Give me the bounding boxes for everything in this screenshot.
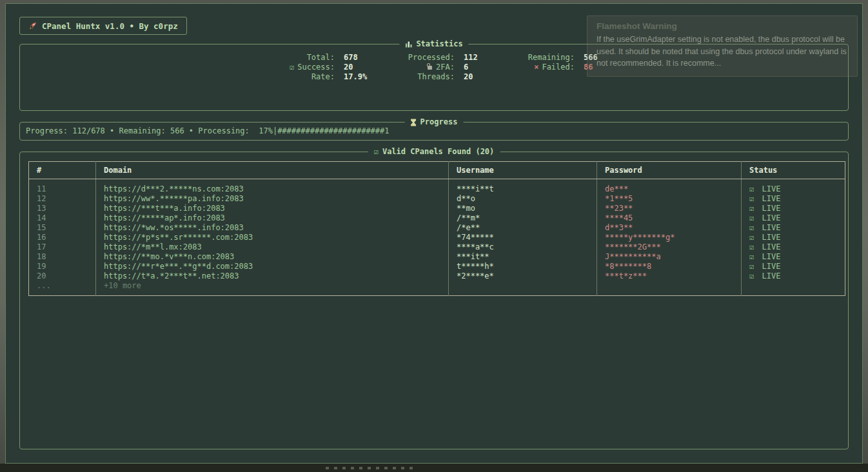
column-header-status: Status — [742, 162, 845, 179]
stat-label: Rate: — [259, 72, 335, 82]
cell-domain: https://t*a.*2***t**.net:2083 — [96, 271, 449, 281]
column-header-domain: Domain — [96, 162, 449, 179]
results-header-row: #DomainUsernamePasswordStatus — [29, 162, 845, 179]
stat-value: 112 — [464, 53, 489, 63]
live-check-icon: ☑ — [749, 233, 754, 242]
live-check-icon: ☑ — [749, 262, 754, 271]
stat-value: 17.9% — [344, 72, 370, 82]
flameshot-notification[interactable]: Flameshot Warning If the useGrimAdapter … — [587, 15, 858, 77]
row-number: ... — [29, 281, 96, 296]
app-title-badge: CPanel Huntx v1.0 • By c0rpz — [19, 17, 187, 35]
more-rows-label: +10 more — [96, 281, 449, 296]
cell-password: d**3** — [597, 223, 742, 233]
cell-status: ☑ LIVE — [742, 271, 845, 281]
live-check-icon: ☑ — [749, 252, 754, 261]
stat-value: 678 — [344, 53, 370, 63]
cell-username: /*e** — [449, 223, 597, 233]
cell-password: *****y*******g* — [597, 233, 742, 242]
row-number: 13 — [29, 204, 96, 213]
cell-status: ☑ LIVE — [742, 179, 845, 195]
table-row-more: ...+10 more — [29, 281, 845, 296]
results-panel-title: ☑ Valid CPanels Found (20) — [368, 146, 500, 157]
cell-password: ****45 — [597, 213, 742, 223]
bar-chart-icon — [405, 41, 412, 48]
cell-status: ☑ LIVE — [742, 204, 845, 213]
results-table: #DomainUsernamePasswordStatus 11https://… — [28, 161, 845, 296]
row-number: 17 — [29, 242, 96, 252]
cell-password: *******2G*** — [597, 242, 742, 252]
row-number: 19 — [29, 262, 96, 271]
progress-title: Progress — [420, 117, 458, 128]
column-header-num: # — [29, 162, 96, 179]
app-title: CPanel Huntx v1.0 • By c0rpz — [42, 21, 178, 31]
live-check-icon: ☑ — [749, 223, 754, 232]
table-row: 16https://*p*s**.sr******.com:2083*74***… — [29, 233, 845, 242]
cell-username: ***it** — [449, 252, 597, 262]
stat-label: Remaining: — [498, 53, 575, 63]
column-header-password: Password — [597, 162, 742, 179]
stat-label: Processed: — [379, 53, 455, 63]
stat-value: 6 — [464, 63, 489, 72]
cell-password: J**********a — [597, 252, 742, 262]
cell-status: ☑ LIVE — [742, 242, 845, 252]
table-row: 12https://ww*.******pa.info:2083d**o*1**… — [29, 194, 845, 204]
stat-label — [498, 72, 575, 82]
cell-username: ****a**c — [449, 242, 597, 252]
column-header-username: Username — [449, 162, 597, 179]
cell-username: d**o — [449, 194, 597, 204]
results-title: Valid CPanels Found (20) — [382, 146, 494, 157]
cell-username: **mo — [449, 204, 597, 213]
live-check-icon: ☑ — [749, 194, 754, 203]
row-number: 16 — [29, 233, 96, 242]
row-number: 14 — [29, 213, 96, 223]
cell-domain: https://*****ap*.info:2083 — [96, 213, 449, 223]
cell-status: ☑ LIVE — [742, 194, 845, 204]
row-number: 12 — [29, 194, 96, 204]
progress-panel: Progress Progress: 112/678 • Remaining: … — [19, 122, 849, 141]
table-row: 14https://*****ap*.info:2083/**m*****45☑… — [29, 213, 845, 223]
cross-icon: × — [534, 63, 538, 72]
cell-password: *1***5 — [597, 194, 742, 204]
stat-value: 20 — [464, 72, 489, 82]
statistics-title: Statistics — [416, 39, 462, 50]
checkbox-icon: ☑ — [374, 146, 379, 157]
live-check-icon: ☑ — [749, 242, 754, 251]
rocket-icon — [28, 22, 37, 30]
stat-label: 2FA: — [379, 63, 455, 72]
table-row: 20https://t*a.*2***t**.net:2083*2****e**… — [29, 271, 845, 281]
table-row: 19https://**r*e***.**g**d.com:2083t*****… — [29, 262, 845, 271]
cell-password — [597, 281, 742, 296]
taskbar[interactable] — [0, 464, 868, 472]
progress-panel-title: Progress — [405, 117, 464, 128]
row-number: 11 — [29, 179, 96, 195]
taskbar-indicators — [326, 467, 413, 469]
cell-password: **23** — [597, 204, 742, 213]
cell-password: de*** — [597, 179, 742, 195]
row-number: 15 — [29, 223, 96, 233]
cell-domain: https://*m**l.mx:2083 — [96, 242, 449, 252]
live-check-icon: ☑ — [749, 213, 754, 222]
unlock-icon — [427, 63, 433, 70]
cell-username: /**m* — [449, 213, 597, 223]
live-check-icon: ☑ — [749, 184, 754, 193]
live-check-icon: ☑ — [749, 271, 754, 280]
results-body: 11https://d***2.*****ns.com:2083****i**t… — [29, 179, 845, 296]
cell-domain: https://d***2.*****ns.com:2083 — [96, 179, 449, 195]
stat-label: ×Failed: — [498, 63, 575, 72]
cell-domain: https://***t***a.info:2083 — [96, 204, 449, 213]
cell-username: t*****h* — [449, 262, 597, 271]
cell-username: *74***** — [449, 233, 597, 242]
table-row: 17https://*m**l.mx:2083****a**c*******2G… — [29, 242, 845, 252]
cell-status: ☑ LIVE — [742, 233, 845, 242]
cell-password: ***t*z*** — [597, 271, 742, 281]
cell-status: ☑ LIVE — [742, 252, 845, 262]
stat-label: Total: — [259, 53, 335, 63]
hourglass-icon — [411, 119, 417, 126]
statistics-panel-title: Statistics — [399, 39, 468, 50]
table-row: 13https://***t***a.info:2083**mo**23**☑ … — [29, 204, 845, 213]
notification-title: Flameshot Warning — [597, 21, 848, 31]
notification-body: If the useGrimAdapter setting is not ena… — [597, 34, 848, 70]
stat-label: ☑Success: — [259, 63, 335, 72]
cell-domain: https://*p*s**.sr******.com:2083 — [96, 233, 449, 242]
table-row: 11https://d***2.*****ns.com:2083****i**t… — [29, 179, 845, 195]
